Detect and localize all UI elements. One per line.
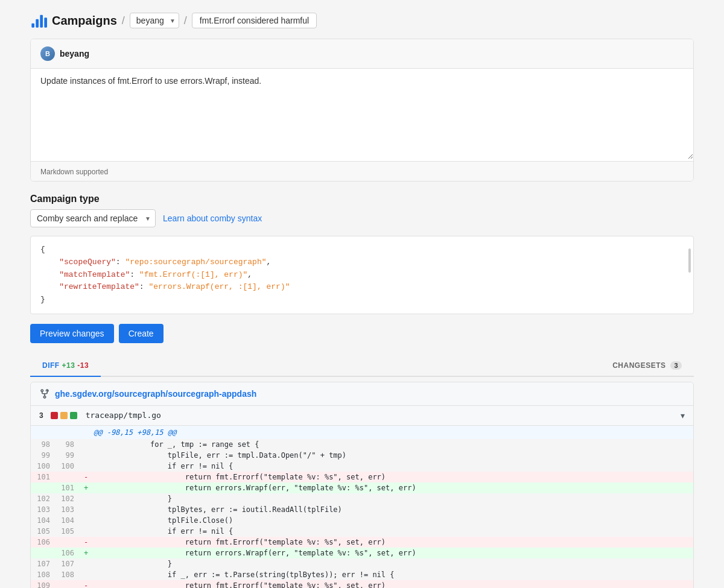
code-line-3: "matchTemplate": "fmt.Errorf(:[1], err)"… xyxy=(40,269,684,282)
hunk-old-num xyxy=(31,426,55,439)
breadcrumb-user-select-wrapper[interactable]: beyang ▼ xyxy=(130,13,179,28)
diff-lines-table: 9898 for _, tmp := range set {9999 tplFi… xyxy=(31,439,693,588)
diff-new-num: 98 xyxy=(55,439,79,450)
diff-new-num xyxy=(55,472,79,482)
diff-line-row: 101- return fmt.Errorf("template %v: %s"… xyxy=(31,472,693,482)
diff-content: if err != nil { xyxy=(93,461,693,472)
diff-new-num: 106 xyxy=(55,548,79,558)
tab-diff[interactable]: DIFF +13 -13 xyxy=(30,355,101,377)
diff-new-num: 100 xyxy=(55,461,79,472)
hunk-content: @@ -98,15 +98,15 @@ xyxy=(89,426,693,439)
markdown-label: Markdown supported xyxy=(40,168,108,176)
code-scrollbar xyxy=(688,248,691,273)
svg-rect-2 xyxy=(40,15,43,28)
diff-old-num: 100 xyxy=(31,461,55,472)
diff-line-row: 9898 for _, tmp := range set { xyxy=(31,439,693,450)
page-container: Campaigns / beyang ▼ / fmt.Errorf consid… xyxy=(18,0,706,588)
diff-content: return fmt.Errorf("template %v: %s", set… xyxy=(93,580,693,588)
diff-old-num: 105 xyxy=(31,526,55,537)
diff-sign xyxy=(79,558,93,569)
diff-content: return errors.Wrapf(err, "template %v: %… xyxy=(93,548,693,558)
campaign-type-section: Campaign type Comby search and replace ▼… xyxy=(30,182,694,236)
diff-new-num: 105 xyxy=(55,526,79,537)
diff-sign xyxy=(79,461,93,472)
diff-content: if err != nil { xyxy=(93,526,693,537)
diff-content: if _, err := t.Parse(string(tplBytes)); … xyxy=(93,569,693,580)
file-name: traceapp/tmpl.go xyxy=(86,411,161,420)
diff-line-row: 100100 if err != nil { xyxy=(31,461,693,472)
breadcrumb-user-select[interactable]: beyang xyxy=(130,13,179,28)
file-diff-header: 3 traceapp/tmpl.go ▾ xyxy=(31,406,693,426)
diff-old-num xyxy=(31,548,55,558)
breadcrumb-campaign-name: fmt.Errorf considered harmful xyxy=(192,13,317,28)
diff-line-row: 103103 tplBytes, err := ioutil.ReadAll(t… xyxy=(31,504,693,515)
diff-old-num: 103 xyxy=(31,504,55,515)
type-select-wrapper[interactable]: Comby search and replace ▼ xyxy=(30,209,156,227)
diff-content: tplFile.Close() xyxy=(93,515,693,526)
diff-new-num: 102 xyxy=(55,493,79,504)
diff-new-num: 108 xyxy=(55,569,79,580)
hunk-header-row: @@ -98,15 +98,15 @@ xyxy=(31,426,693,439)
breadcrumb-sep2: / xyxy=(184,14,187,27)
diff-tabs: DIFF +13 -13 CHANGESETS 3 xyxy=(30,355,694,377)
diff-sign xyxy=(79,569,93,580)
hunk-new-num xyxy=(55,426,79,439)
file-change-count: 3 xyxy=(39,411,43,420)
breadcrumb: Campaigns / beyang ▼ / fmt.Errorf consid… xyxy=(30,12,694,29)
campaign-type-label: Campaign type xyxy=(30,194,694,204)
diff-content: } xyxy=(93,558,693,569)
file-diff: 3 traceapp/tmpl.go ▾ xyxy=(31,406,693,588)
repo-icon xyxy=(39,388,50,399)
campaigns-icon xyxy=(30,12,47,29)
diff-new-num: 99 xyxy=(55,450,79,461)
comment-header: B beyang xyxy=(31,39,693,69)
diff-sign: - xyxy=(79,537,93,548)
breadcrumb-sep1: / xyxy=(122,14,125,27)
diff-old-num: 109 xyxy=(31,580,55,588)
diff-line-row: 106- return fmt.Errorf("template %v: %s"… xyxy=(31,537,693,548)
preview-changes-button[interactable]: Preview changes xyxy=(30,324,114,343)
diff-sign: - xyxy=(79,580,93,588)
diff-line-row: 107107 } xyxy=(31,558,693,569)
diff-sign xyxy=(79,450,93,461)
diff-old-num: 104 xyxy=(31,515,55,526)
learn-about-comby-link[interactable]: Learn about comby syntax xyxy=(163,213,262,223)
code-block: { "scopeQuery": "repo:sourcegraph/source… xyxy=(30,236,694,314)
svg-rect-3 xyxy=(44,17,47,27)
diff-content: return errors.Wrapf(err, "template %v: %… xyxy=(93,482,693,493)
svg-rect-0 xyxy=(31,24,34,28)
comment-footer: Markdown supported xyxy=(31,161,693,181)
diff-new-num: 104 xyxy=(55,515,79,526)
diff-line-row: 9999 tplFile, err := tmpl.Data.Open("/" … xyxy=(31,450,693,461)
diff-line-row: 104104 tplFile.Close() xyxy=(31,515,693,526)
diff-old-num: 99 xyxy=(31,450,55,461)
tab-changesets[interactable]: CHANGESETS 3 xyxy=(600,355,694,377)
chevron-down-icon[interactable]: ▾ xyxy=(681,411,685,420)
main-card: B beyang Update instances of fmt.Errorf … xyxy=(30,39,694,182)
diff-content: return fmt.Errorf("template %v: %s", set… xyxy=(93,472,693,482)
badge-modified xyxy=(60,412,68,419)
comment-textarea[interactable]: Update instances of fmt.Errorf to use er… xyxy=(31,69,693,159)
diff-line-row: 102102 } xyxy=(31,493,693,504)
diff-line-row: 108108 if _, err := t.Parse(string(tplBy… xyxy=(31,569,693,580)
diff-line-row: 106+ return errors.Wrapf(err, "template … xyxy=(31,548,693,558)
code-line-2: "scopeQuery": "repo:sourcegraph/sourcegr… xyxy=(40,256,684,269)
diff-old-num: 106 xyxy=(31,537,55,548)
code-line-5: } xyxy=(40,294,684,306)
diff-new-num: 103 xyxy=(55,504,79,515)
create-button[interactable]: Create xyxy=(119,324,164,343)
diff-old-num: 108 xyxy=(31,569,55,580)
diff-new-num: 107 xyxy=(55,558,79,569)
diff-sign: - xyxy=(79,472,93,482)
campaign-type-select[interactable]: Comby search and replace xyxy=(30,209,156,227)
diff-sign xyxy=(79,439,93,450)
hunk-sign xyxy=(79,426,89,439)
diff-old-num: 107 xyxy=(31,558,55,569)
diff-content: } xyxy=(93,493,693,504)
diff-old-num xyxy=(31,482,55,493)
diff-new-num: 101 xyxy=(55,482,79,493)
action-buttons: Preview changes Create xyxy=(30,324,694,343)
svg-rect-1 xyxy=(36,19,39,28)
diff-content: return fmt.Errorf("template %v: %s", set… xyxy=(93,537,693,548)
file-diff-header-left: 3 traceapp/tmpl.go xyxy=(39,411,161,420)
